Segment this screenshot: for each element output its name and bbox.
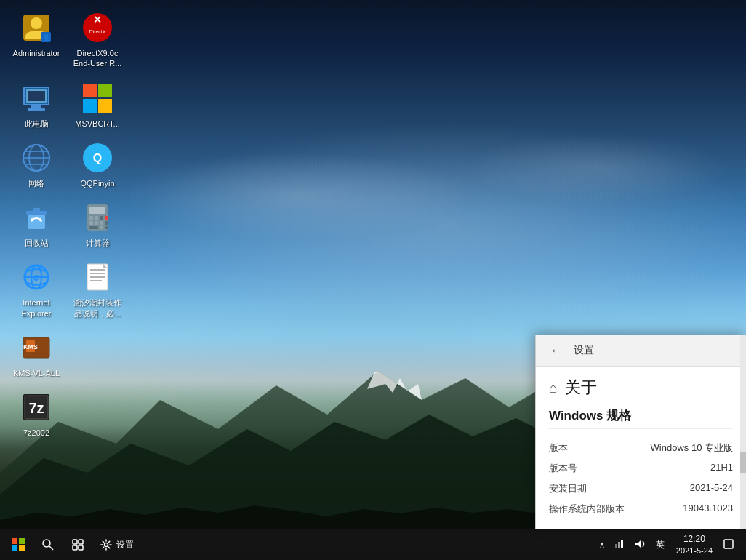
network-tray-svg [614,538,625,550]
kms-label: KMS-VL-ALL [13,368,60,378]
icon-row-2: 此电脑 MSVBCRT... [7,78,127,132]
svg-rect-68 [615,544,617,548]
taskbar-right: ∧ 英 12:20 [596,532,743,558]
svg-rect-20 [98,84,112,97]
svg-rect-45 [105,226,108,229]
svg-rect-64 [79,540,83,544]
spec-val-install: 2021-5-24 [690,482,733,493]
volume-tray-icon[interactable] [631,537,649,553]
directx-label: DirectX9.0c End-User R... [71,48,124,69]
spec-key-build: 操作系统内部版本 [549,503,625,516]
settings-header: ← 设置 [536,335,746,367]
svg-marker-71 [635,540,641,548]
this-pc-icon [19,81,54,116]
svg-text:e: e [33,271,39,283]
svg-rect-36 [95,216,98,220]
svg-rect-66 [79,545,83,550]
language-tray[interactable]: 英 [651,537,669,553]
settings-body: ⌂ 关于 Windows 规格 版本 Windows 10 专业版 版本号 21… [536,367,746,529]
spec-val-build: 19043.1023 [683,503,733,513]
win-logo-yellow [19,545,25,551]
svg-rect-19 [83,84,97,97]
manual-label: 溯汐潮封装作品说明，必... [71,297,124,319]
windows-specs-section: Windows 规格 版本 Windows 10 专业版 版本号 21H1 安装… [549,407,733,519]
settings-back-button[interactable]: ← [546,343,566,359]
icon-ie[interactable]: e Internet Explorer [7,257,65,321]
search-button[interactable] [35,529,61,560]
svg-rect-42 [105,221,108,225]
svg-rect-18 [28,91,45,101]
specs-row-build: 操作系统内部版本 19043.1023 [549,499,733,519]
icon-manual[interactable]: 溯汐潮封装作品说明，必... [68,257,127,321]
icon-row-7: 7z 7z2002 [7,387,127,441]
svg-point-61 [43,540,50,547]
svg-rect-34 [89,207,105,214]
spec-key-install: 安装日期 [549,482,587,495]
spec-key-edition: 版本 [549,441,568,455]
icon-directx[interactable]: ✕ DirectX DirectX9.0c End-User R... [68,7,127,72]
network-icon [19,140,54,175]
desktop: 👤 Administrator ✕ DirectX DirectX9.0c En… [0,0,746,560]
svg-rect-35 [89,216,93,220]
svg-rect-69 [618,542,620,548]
this-pc-label: 此电脑 [25,119,49,129]
svg-text:7z: 7z [28,400,44,416]
svg-rect-63 [73,540,77,544]
icon-7z[interactable]: 7z 7z2002 [7,387,65,441]
svg-text:👤: 👤 [42,33,51,42]
icon-row-3: 网络 Q QQPinyin [7,137,127,191]
directx-icon: ✕ DirectX [80,10,115,45]
icon-this-pc[interactable]: 此电脑 [7,78,65,132]
svg-rect-65 [73,545,77,550]
svg-rect-16 [28,108,45,111]
settings-taskbar-item[interactable]: 设置 [95,529,140,560]
language-label: 英 [656,540,665,550]
task-view-icon [72,539,84,551]
network-label: 网络 [28,178,44,188]
specs-section-title: Windows 规格 [549,407,733,429]
icon-msvbcrt[interactable]: MSVBCRT... [68,78,127,132]
network-tray-icon[interactable] [611,537,628,553]
ie-icon: e [19,260,54,295]
recycle-icon [19,200,54,235]
spec-val-edition: Windows 10 专业版 [651,441,733,455]
settings-panel-title: 设置 [574,344,594,357]
svg-rect-39 [89,221,93,225]
about-title: 关于 [565,377,597,399]
svg-text:Q: Q [93,152,102,164]
icon-qqpinyin[interactable]: Q QQPinyin [68,137,127,191]
ie-label: Internet Explorer [10,297,63,319]
svg-rect-72 [724,540,733,548]
taskbar: 设置 ∧ 英 [0,529,746,560]
icon-calculator[interactable]: 计算器 [68,197,127,251]
icon-network[interactable]: 网络 [7,137,65,191]
icon-row-5: e Internet Explorer [7,257,127,321]
start-button[interactable] [3,529,33,560]
clock[interactable]: 12:20 2021-5-24 [672,532,717,558]
recycle-label: 回收站 [25,238,49,248]
icon-recycle[interactable]: 回收站 [7,197,65,251]
settings-scrollbar[interactable] [740,335,746,529]
qqpinyin-icon: Q [80,140,115,175]
icon-administrator[interactable]: 👤 Administrator [7,7,65,72]
svg-text:KMS: KMS [23,343,38,351]
desktop-icons: 👤 Administrator ✕ DirectX DirectX9.0c En… [7,7,127,441]
calculator-icon [80,200,115,235]
win-logo-red [12,538,17,544]
svg-rect-40 [95,221,98,225]
specs-row-install-date: 安装日期 2021-5-24 [549,479,733,499]
task-view-button[interactable] [63,529,93,560]
notification-button[interactable] [720,537,737,553]
specs-row-version: 版本号 21H1 [549,458,733,479]
volume-svg [634,538,646,550]
win-logo-green [19,538,25,544]
tray-expand-button[interactable]: ∧ [596,539,608,551]
msvbcrt-icon [80,81,115,116]
svg-rect-22 [98,99,112,113]
icon-kms[interactable]: KMS KMS-VL-ALL [7,327,65,381]
scrollbar-thumb [740,452,746,473]
svg-rect-15 [31,105,41,108]
svg-rect-70 [621,540,623,548]
administrator-icon: 👤 [19,10,54,45]
svg-rect-32 [33,208,40,212]
